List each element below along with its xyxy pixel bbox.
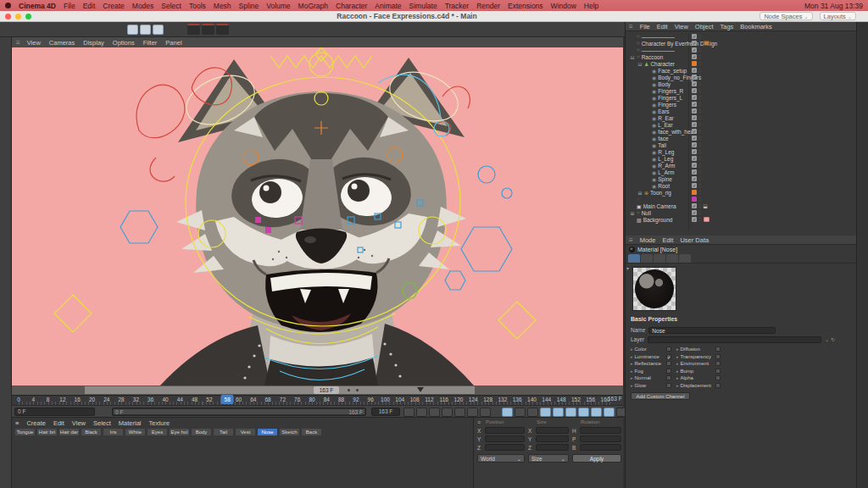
viewport-menu-item[interactable]: Filter [143, 39, 158, 47]
visibility-dots[interactable]: ⁚ [699, 54, 701, 59]
expander-icon[interactable]: ⊞ [637, 190, 643, 196]
object-row[interactable]: ◉ face ⁚ ⬓ [626, 135, 857, 141]
material-swatch[interactable]: Iris [103, 428, 124, 435]
enable-checkbox[interactable] [692, 41, 697, 46]
range-start-field[interactable]: 0 F [14, 408, 95, 416]
red-state-icon[interactable] [1, 194, 10, 203]
enable-checkbox[interactable] [692, 163, 697, 168]
channel-arrow-icon[interactable]: ▸ [676, 383, 679, 388]
preview-expander-icon[interactable]: ▾ [626, 265, 629, 271]
menubar-item[interactable]: Edit [83, 2, 96, 10]
object-row[interactable]: ◉ L_Arm ⁚ ⬓ [626, 169, 857, 175]
enable-checkbox[interactable] [692, 47, 697, 53]
menubar-item[interactable]: Simulate [409, 2, 437, 10]
channel-checkbox[interactable] [715, 375, 721, 380]
enable-checkbox[interactable] [692, 149, 697, 154]
rotate-icon[interactable] [83, 24, 96, 36]
enable-checkbox[interactable] [692, 61, 697, 66]
channel-checkbox[interactable] [666, 383, 671, 388]
camera-toggle-icon[interactable]: ⬓ [704, 203, 708, 208]
menubar-item[interactable]: Select [161, 2, 181, 10]
range-slider-bar[interactable] [114, 409, 364, 414]
object-row[interactable]: ◉ Body ⁚ ⬓ [626, 80, 857, 87]
material-swatch[interactable]: Tongue [14, 428, 36, 435]
enable-checkbox[interactable] [692, 68, 697, 73]
visibility-dots[interactable]: ⁚ [699, 129, 701, 134]
range-slider[interactable]: 0 F 163 F [112, 408, 366, 416]
menubar-item[interactable]: Tools [189, 2, 206, 10]
material-menu-item[interactable]: Texture [149, 419, 170, 427]
size-dropdown[interactable]: Size⌄ [528, 454, 569, 463]
visibility-dots[interactable]: ⁚ [699, 81, 701, 86]
menubar-item[interactable]: Help [584, 2, 598, 10]
visibility-dots[interactable]: ⁚ [699, 156, 701, 161]
attribute-tab[interactable] [628, 254, 640, 263]
channel-arrow-icon[interactable]: ▸ [676, 369, 679, 374]
object-row[interactable]: ◉ L_Leg ⁚ ⬓ [626, 155, 857, 162]
enable-checkbox[interactable] [692, 54, 697, 59]
axis-y-button[interactable] [140, 25, 151, 35]
expander-icon[interactable]: ⊞ [630, 210, 635, 216]
visibility-dots[interactable]: ⁚ [699, 190, 701, 195]
attribute-tab[interactable] [666, 254, 678, 263]
channel-arrow-icon[interactable]: ▸ [676, 361, 679, 366]
visibility-dots[interactable]: ⁚ [699, 115, 701, 120]
expander-icon[interactable]: ⊟ [637, 61, 643, 67]
material-swatch[interactable]: Body [191, 428, 212, 435]
object-manager-menu-item[interactable]: Edit [657, 23, 668, 30]
menubar-item[interactable]: Animate [375, 2, 401, 10]
menubar-item[interactable]: Create [103, 2, 125, 10]
scale-icon[interactable] [69, 24, 81, 36]
enable-checkbox[interactable] [692, 88, 697, 93]
visibility-dots[interactable]: ⁚ [699, 75, 701, 80]
menubar-clock[interactable]: Mon 31 Aug 13:39 [804, 2, 863, 10]
menubar-item[interactable]: Modes [132, 2, 154, 10]
menubar-item[interactable]: MoGraph [298, 2, 328, 10]
visibility-dots[interactable]: ⁚ [699, 136, 701, 141]
object-row[interactable]: ⊞ ○ Null ⁚ ⬓ [626, 209, 857, 216]
texture-mode-icon[interactable] [1, 64, 10, 73]
enable-checkbox[interactable] [692, 75, 697, 80]
play-button[interactable] [442, 408, 453, 417]
enable-checkbox[interactable] [692, 136, 697, 141]
object-row[interactable]: ▨ Background ⁚ ⬓ [626, 216, 857, 223]
points-mode-icon[interactable] [1, 87, 10, 97]
enable-checkbox[interactable] [692, 176, 697, 181]
coord-system-icon[interactable] [165, 24, 178, 36]
channel-checkbox[interactable] [715, 347, 721, 352]
axis-z-button[interactable] [153, 25, 164, 35]
viewport-menu-item[interactable]: View [27, 39, 41, 47]
range-end-field[interactable]: 163 F [371, 408, 400, 416]
object-manager-menu-item[interactable]: Bookmarks [740, 23, 772, 30]
gap-3[interactable] [120, 24, 125, 36]
object-row[interactable]: ◉ Fingers ⁚ ⬓ [626, 101, 857, 108]
layer-field-icons[interactable]: ⌄ ↻ [825, 336, 835, 342]
visibility-dots[interactable]: ⁚ [699, 61, 701, 66]
key-rotation-icon[interactable] [565, 408, 576, 417]
apple-menu-icon[interactable] [5, 3, 11, 8]
magnet-icon[interactable] [1, 147, 10, 156]
coordinate-field[interactable] [485, 444, 525, 451]
workplane-icon[interactable] [1, 75, 10, 85]
enable-checkbox[interactable] [692, 34, 697, 39]
axis-mode-icon[interactable] [1, 123, 10, 132]
visibility-dots[interactable]: ⁚ [699, 217, 701, 222]
layouts-select[interactable]: Layouts ⌄ [820, 12, 856, 20]
material-swatch[interactable]: Hair bri [36, 428, 58, 435]
enable-checkbox[interactable] [692, 156, 697, 161]
visibility-dots[interactable]: ⁚ [699, 47, 701, 53]
app-menu[interactable]: Cinema 4D [19, 2, 56, 10]
object-row[interactable]: ▣ Main Camera ⁚ ⬓ [626, 202, 857, 209]
simulation-icon[interactable] [339, 24, 352, 36]
enable-checkbox[interactable] [692, 203, 697, 208]
visibility-dots[interactable]: ⁚ [699, 176, 701, 181]
gap-2[interactable] [97, 24, 103, 36]
timeline-ruler[interactable]: 0481216202428323640444852566064687276808… [12, 395, 623, 405]
channel-arrow-icon[interactable]: ▸ [676, 375, 679, 380]
uv-icon[interactable] [1, 182, 10, 191]
gap-1[interactable] [32, 24, 38, 36]
move-icon[interactable] [54, 24, 67, 36]
material-swatch[interactable]: Tail [213, 428, 234, 435]
hamburger-icon[interactable]: ≡ [629, 23, 633, 30]
channel-arrow-icon[interactable]: ▸ [631, 361, 633, 366]
